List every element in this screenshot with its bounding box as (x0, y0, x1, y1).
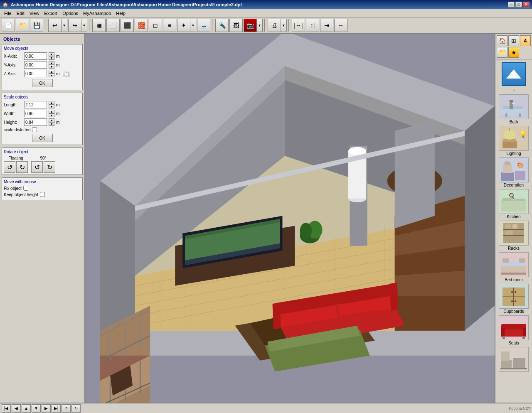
save-button[interactable]: 💾 (30, 19, 43, 32)
redo-button[interactable]: ↪ (68, 19, 81, 32)
nav-up-button[interactable] (502, 62, 526, 86)
width-down[interactable]: ▼ (49, 113, 54, 117)
rotate-90-ccw-button[interactable]: ↺ (31, 161, 43, 173)
height-up[interactable]: ▲ (49, 118, 54, 122)
y-axis-down[interactable]: ▼ (49, 65, 54, 69)
nav-rotate-left[interactable]: ↺ (62, 404, 71, 413)
room-button[interactable]: ◻ (149, 19, 162, 32)
menu-help[interactable]: Help (113, 10, 128, 17)
fix-object-checkbox[interactable] (23, 186, 28, 191)
redo-dropdown[interactable]: ▼ (81, 19, 87, 32)
svg-rect-93 (514, 199, 525, 201)
print-button[interactable]: 🖨 (268, 19, 281, 32)
width-up[interactable]: ▲ (49, 110, 54, 113)
menu-edit[interactable]: Edit (14, 10, 27, 17)
right-icon-star[interactable]: ★ (508, 47, 519, 58)
scale-distorted-checkbox[interactable] (32, 127, 37, 132)
z-axis-up[interactable]: ▲ (49, 70, 54, 74)
nav-up-btn[interactable]: ▲ (22, 404, 31, 413)
z-axis-file-btn[interactable]: 📋 (63, 70, 70, 77)
nav-left-end[interactable]: |◀ (2, 404, 11, 413)
menu-myashampoo[interactable]: MyAshampoo (81, 10, 113, 17)
scale-ok-button[interactable]: OK (32, 134, 53, 142)
camera-button[interactable]: 📷 (244, 19, 257, 32)
panel-title: Objects (2, 36, 83, 42)
menu-options[interactable]: Options (60, 10, 81, 17)
y-axis-up[interactable]: ▲ (49, 61, 54, 65)
right-icon-folder[interactable]: 📁 (497, 47, 507, 58)
nav-rotate-right[interactable]: ↻ (71, 404, 81, 413)
scale-objects-section: Scale objects Length: ▲ ▼ m Width: ▲ ▼ m (2, 93, 83, 145)
texture-button[interactable]: 🖼 (229, 19, 243, 32)
keep-height-checkbox[interactable] (40, 192, 45, 197)
nav-item-kitchen[interactable]: 🍳 Kitchen (497, 189, 530, 219)
measure-2[interactable]: ↕| (306, 19, 319, 32)
nav-up-item[interactable]: .. (497, 61, 530, 92)
length-input[interactable] (24, 101, 47, 108)
new-button[interactable]: 📄 (2, 19, 15, 32)
nav-item-cupboards[interactable]: Cupboards (497, 284, 530, 314)
height-unit: m (56, 120, 61, 125)
shapes-button[interactable]: ✦ (177, 19, 190, 32)
x-axis-down[interactable]: ▼ (49, 56, 54, 60)
minimize-button[interactable]: ─ (508, 2, 515, 7)
nav-item-bedroom[interactable]: Bed room (497, 252, 530, 282)
measure-1[interactable]: |↔| (292, 19, 305, 32)
x-axis-input[interactable] (24, 52, 47, 60)
nav-item-racks[interactable]: Racks (497, 221, 530, 251)
kitchen-label: Kitchen (497, 214, 530, 219)
length-up[interactable]: ▲ (49, 101, 54, 105)
height-down[interactable]: ▼ (49, 122, 54, 126)
z-axis-down[interactable]: ▼ (49, 74, 54, 77)
maximize-button[interactable]: □ (515, 2, 522, 7)
viewport[interactable] (85, 34, 495, 403)
nav-down-btn[interactable]: ▼ (32, 404, 41, 413)
measure-4[interactable]: ↔ (334, 19, 347, 32)
svg-marker-53 (390, 283, 398, 310)
open-button[interactable]: 📁 (16, 19, 29, 32)
right-icon-home[interactable]: 🏠 (497, 35, 507, 46)
nav-item-more[interactable] (497, 347, 530, 372)
rotate-ccw-button[interactable]: ↺ (4, 161, 15, 173)
measure-3[interactable]: ⇥ (320, 19, 333, 32)
move-ok-button[interactable]: OK (32, 79, 53, 87)
nav-item-seats[interactable]: Seats (497, 315, 530, 345)
nav-right-end[interactable]: ▶| (52, 404, 61, 413)
stairs-button[interactable]: ≡ (163, 19, 176, 32)
nav-left[interactable]: ◀ (12, 404, 21, 413)
nav-item-decoration[interactable]: 🎨 Decoration (497, 157, 530, 187)
x-axis-up[interactable]: ▲ (49, 52, 54, 56)
view-floor-button[interactable]: ⬛ (121, 19, 134, 32)
nav-right[interactable]: ▶ (42, 404, 51, 413)
close-button[interactable]: ✕ (523, 2, 530, 7)
height-input[interactable] (24, 118, 47, 126)
length-label: Length: (4, 103, 22, 107)
menu-file[interactable]: File (2, 10, 14, 17)
menu-view[interactable]: View (27, 10, 42, 17)
view-3d-button[interactable]: ⬜ (106, 19, 120, 32)
nav-item-lighting[interactable]: 💡 Lighting (497, 126, 530, 156)
rotate-90-cw-button[interactable]: ↻ (44, 161, 55, 173)
menu-export[interactable]: Export (42, 10, 60, 17)
terrain-button[interactable]: 🗻 (197, 19, 210, 32)
z-axis-input[interactable] (24, 70, 47, 77)
move-objects-title: Move objects (4, 46, 81, 51)
undo-button[interactable]: ↩ (48, 19, 62, 32)
floating-label: Floating (8, 156, 23, 160)
camera-dropdown[interactable]: ▼ (257, 19, 263, 32)
nav-item-bath[interactable]: 🛁 Bath (497, 94, 530, 124)
y-axis-input[interactable] (24, 61, 47, 69)
right-icon-grid[interactable]: ⊞ (508, 35, 519, 46)
undo-dropdown[interactable]: ▼ (62, 19, 67, 32)
rotate-cw-button[interactable]: ↻ (16, 161, 28, 173)
svg-rect-87 (515, 171, 525, 180)
right-nav-content[interactable]: .. 🛁 Bath (495, 59, 532, 403)
right-icon-text[interactable]: A (520, 35, 531, 46)
walls-button[interactable]: 🧱 (135, 19, 148, 32)
width-input[interactable] (24, 110, 47, 117)
view-2d-button[interactable]: ▦ (92, 19, 106, 32)
shapes-dropdown[interactable]: ▼ (190, 19, 196, 32)
print-dropdown[interactable]: ▼ (281, 19, 287, 32)
object-button[interactable]: 🔦 (215, 19, 229, 32)
length-down[interactable]: ▼ (49, 105, 54, 108)
